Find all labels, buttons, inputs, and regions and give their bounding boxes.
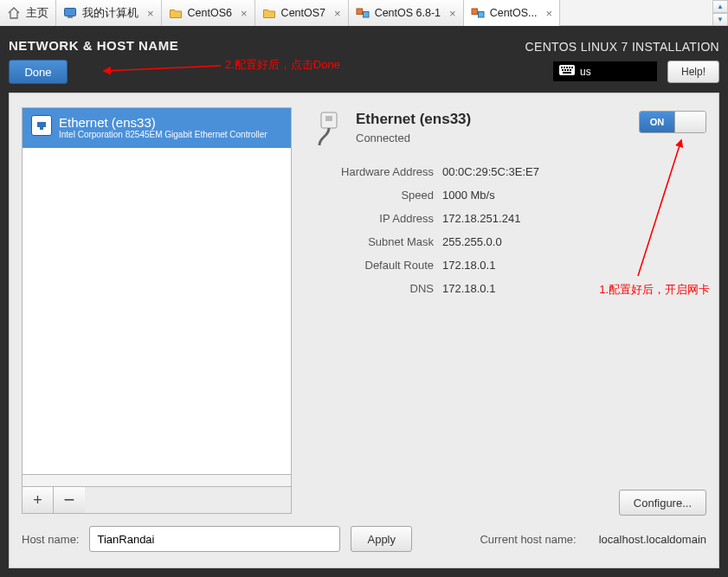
svg-rect-12 xyxy=(562,69,564,71)
close-icon[interactable]: × xyxy=(331,7,341,20)
vm-icon xyxy=(356,6,370,20)
svg-rect-19 xyxy=(325,116,332,121)
tab-centos681[interactable]: CentOS 6.8-1 × xyxy=(349,0,464,26)
installer-body: Ethernet (ens33) Intel Corporation 82545… xyxy=(9,93,719,568)
kv-row: IP Address172.18.251.241 xyxy=(312,207,706,230)
kv-row: Hardware Address00:0C:29:5C:3E:E7 xyxy=(312,160,706,183)
kv-row: Speed1000 Mb/s xyxy=(312,183,706,207)
kv-val: 172.18.0.1 xyxy=(442,259,495,272)
current-hostname-label: Current host name: xyxy=(480,533,576,546)
nic-details-status: Connected xyxy=(356,131,471,144)
tab-label: CentOS... xyxy=(490,7,538,19)
tab-my-computer[interactable]: 我的计算机 × xyxy=(56,0,162,26)
kv-val: 172.18.0.1 xyxy=(442,282,495,295)
tab-centos-active[interactable]: CentOS... × xyxy=(464,0,560,26)
page-title: NETWORK & HOST NAME xyxy=(9,38,178,53)
close-icon[interactable]: × xyxy=(237,7,248,20)
guest-screen: NETWORK & HOST NAME Done CENTOS LINUX 7 … xyxy=(0,26,728,577)
remove-nic-button[interactable]: − xyxy=(54,487,85,513)
tab-centos6[interactable]: CentOS6 × xyxy=(162,0,255,26)
svg-rect-11 xyxy=(571,67,573,68)
tab-label: 我的计算机 xyxy=(82,6,139,21)
kv-key: DNS xyxy=(312,282,434,295)
nic-kv-list: Hardware Address00:0C:29:5C:3E:E7 Speed1… xyxy=(312,160,706,300)
svg-rect-15 xyxy=(570,69,571,71)
nic-panel: Ethernet (ens33) Intel Corporation 82545… xyxy=(22,107,292,514)
svg-rect-14 xyxy=(567,69,569,71)
add-nic-button[interactable]: + xyxy=(23,487,54,513)
kv-val: 172.18.251.241 xyxy=(442,212,520,225)
tab-scroll: ▲ ▼ xyxy=(712,0,728,26)
keyboard-icon xyxy=(559,65,575,78)
nic-item-name: Ethernet (ens33) xyxy=(59,115,267,130)
hostname-label: Host name: xyxy=(22,533,79,546)
tab-scroll-down[interactable]: ▼ xyxy=(712,13,728,26)
monitor-icon xyxy=(63,6,77,20)
svg-rect-0 xyxy=(65,9,76,16)
configure-button[interactable]: Configure... xyxy=(619,490,706,516)
kv-key: Subnet Mask xyxy=(312,235,434,248)
plug-icon xyxy=(312,111,345,144)
tab-scroll-up[interactable]: ▲ xyxy=(712,0,728,13)
svg-rect-10 xyxy=(569,67,570,68)
keyboard-layout-value: us xyxy=(580,66,591,78)
installer-header: NETWORK & HOST NAME Done CENTOS LINUX 7 … xyxy=(9,33,719,93)
folder-icon xyxy=(262,6,276,20)
tab-centos7[interactable]: CentOS7 × xyxy=(255,0,349,26)
svg-rect-8 xyxy=(564,67,565,68)
kv-row: DNS172.18.0.1 xyxy=(312,277,706,300)
kv-row: Subnet Mask255.255.0.0 xyxy=(312,230,706,253)
kv-row: Default Route172.18.0.1 xyxy=(312,253,706,277)
svg-rect-3 xyxy=(363,12,369,18)
hostname-input[interactable] xyxy=(89,526,340,552)
svg-rect-16 xyxy=(563,72,571,74)
tab-label: CentOS 6.8-1 xyxy=(375,7,441,19)
nic-toggle[interactable]: ON xyxy=(639,111,706,133)
kv-key: Hardware Address xyxy=(312,165,434,178)
nic-details: Ethernet (ens33) Connected ON Hardware A… xyxy=(312,107,706,514)
tab-label: CentOS7 xyxy=(281,7,325,19)
kv-val: 1000 Mb/s xyxy=(442,189,495,202)
close-icon[interactable]: × xyxy=(446,7,456,20)
kv-key: Default Route xyxy=(312,259,434,272)
svg-rect-4 xyxy=(472,9,478,15)
svg-rect-9 xyxy=(566,67,568,68)
tab-label: 主页 xyxy=(26,6,48,21)
kv-val: 255.255.0.0 xyxy=(442,235,502,248)
nic-item-desc: Intel Corporation 82545EM Gigabit Ethern… xyxy=(59,130,267,139)
ethernet-icon xyxy=(31,115,52,136)
current-hostname-value: localhost.localdomain xyxy=(599,533,706,546)
nic-list[interactable]: Ethernet (ens33) Intel Corporation 82545… xyxy=(22,107,292,475)
nic-details-title: Ethernet (ens33) xyxy=(356,111,471,128)
nic-item[interactable]: Ethernet (ens33) Intel Corporation 82545… xyxy=(23,108,291,148)
apply-button[interactable]: Apply xyxy=(351,526,412,552)
kv-key: IP Address xyxy=(312,212,434,225)
keyboard-layout-indicator[interactable]: us xyxy=(553,61,657,81)
nic-scrollbar[interactable] xyxy=(22,475,292,487)
nic-buttons: + − xyxy=(22,487,292,514)
done-button[interactable]: Done xyxy=(9,60,68,84)
close-icon[interactable]: × xyxy=(144,7,154,20)
home-icon xyxy=(7,6,21,20)
tab-home[interactable]: 主页 xyxy=(0,0,56,26)
svg-rect-13 xyxy=(564,69,566,71)
svg-rect-5 xyxy=(478,12,484,18)
toggle-grip xyxy=(674,112,705,132)
hostname-row: Host name: Apply Current host name: loca… xyxy=(22,526,706,552)
svg-rect-2 xyxy=(357,9,363,15)
app-tab-bar: 主页 我的计算机 × CentOS6 × CentOS7 × CentOS 6.… xyxy=(0,0,728,26)
close-icon[interactable]: × xyxy=(543,7,553,20)
tab-label: CentOS6 xyxy=(188,7,232,19)
folder-icon xyxy=(169,6,183,20)
kv-key: Speed xyxy=(312,189,434,202)
vm-icon xyxy=(471,6,485,20)
toggle-on-label: ON xyxy=(640,112,674,132)
kv-val: 00:0C:29:5C:3E:E7 xyxy=(442,165,539,178)
help-button[interactable]: Help! xyxy=(667,61,719,83)
svg-rect-1 xyxy=(68,16,73,18)
svg-rect-7 xyxy=(561,67,563,68)
installer-subtitle: CENTOS LINUX 7 INSTALLATION xyxy=(525,40,719,54)
annotation-two: 2.配置好后，点击Done xyxy=(225,57,340,73)
